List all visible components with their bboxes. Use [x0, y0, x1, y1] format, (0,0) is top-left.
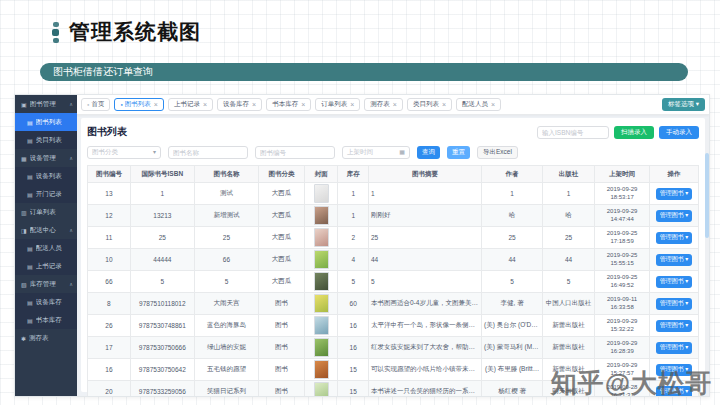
close-icon[interactable]: ×: [252, 101, 256, 108]
sidebar: ▣图书管理∧▤图书列表▤类目列表▦设备管理∧▤设备列表▤开门记录▥订单列表◨配送…: [15, 95, 77, 396]
sidebar-item-书本库存[interactable]: ▤书本库存: [15, 311, 77, 329]
cell-cover: [304, 205, 338, 227]
close-icon[interactable]: ×: [154, 101, 158, 108]
sidebar-item-开门记录[interactable]: ▤开门记录: [15, 185, 77, 203]
cell-category: 大西瓜: [259, 271, 305, 293]
export-excel-button[interactable]: 导出Excel: [477, 146, 518, 159]
book-table: 图书编号国际书号ISBN图书名称图书分类封面库存图书摘要作者出版社上架时间操作 …: [87, 165, 699, 397]
manage-book-button[interactable]: 管理图书 ▾: [656, 232, 693, 244]
cell-stock: 15: [338, 359, 369, 381]
cell-author: 杨红樱 著: [482, 381, 543, 398]
cell-summary: 5: [369, 271, 482, 293]
reset-button[interactable]: 重置: [447, 146, 470, 159]
tab-上书记录[interactable]: 上书记录×: [168, 98, 213, 111]
close-icon[interactable]: ×: [393, 101, 397, 108]
cell-category: 图书: [259, 381, 305, 398]
section-banner-label: 图书柜借借还订单查询: [53, 66, 153, 77]
tab-label: 图书列表: [125, 100, 151, 109]
tab-首页[interactable]: ●首页: [81, 98, 110, 111]
tab-设备库存[interactable]: 设备库存×: [217, 98, 262, 111]
sidebar-item-label: 配送人员: [36, 244, 73, 253]
cell-name: 5: [194, 271, 258, 293]
cell-isbn: 25: [130, 227, 194, 249]
sidebar-item-订单列表[interactable]: ▥订单列表: [15, 203, 77, 221]
tab-配送人员[interactable]: 配送人员×: [456, 98, 501, 111]
column-header: 图书摘要: [369, 166, 482, 183]
book-cover-thumb: [314, 316, 329, 335]
column-header: 操作: [650, 166, 699, 183]
table-row: 89787510118012大闹天宫图书60本书图画适合0-4岁儿童，文图兼美的…: [88, 293, 699, 315]
sidebar-item-label: 开门记录: [36, 190, 73, 199]
manage-book-button[interactable]: 管理图书 ▾: [656, 210, 693, 222]
close-icon[interactable]: ×: [442, 101, 446, 108]
scan-entry-button[interactable]: 扫描录入: [614, 126, 654, 139]
sidebar-item-配送中心[interactable]: ◨配送中心∧: [15, 221, 77, 239]
shelf-date-input[interactable]: 上架时间 ▦: [342, 146, 410, 159]
cell-stock: 16: [338, 315, 369, 337]
sidebar-item-设备管理[interactable]: ▦设备管理∧: [15, 149, 77, 167]
cell-author: 李健, 著: [482, 293, 543, 315]
cell-name: 蓝色的海豚岛: [194, 315, 258, 337]
filter-row: 图书分类 ▾ 上架时间 ▦ 查询 重置 导出Excel: [87, 142, 699, 162]
column-header: 封面: [304, 166, 338, 183]
doc-icon: ▤: [27, 137, 33, 144]
cell-publisher: 新蕾出版社: [543, 315, 595, 337]
cell-isbn: 9787530750666: [130, 337, 194, 359]
tab-书本库存[interactable]: 书本库存×: [266, 98, 311, 111]
content-area: 图书列表 扫描录入 手动录入 图书分类 ▾ 上架时间: [77, 115, 709, 396]
sidebar-item-类目列表[interactable]: ▤类目列表: [15, 131, 77, 149]
category-select[interactable]: 图书分类 ▾: [87, 146, 161, 159]
cell-id: 66: [88, 271, 131, 293]
close-icon[interactable]: ×: [301, 101, 305, 108]
cell-id: 13: [88, 183, 131, 205]
scrollbar-thumb[interactable]: [705, 153, 709, 238]
sidebar-item-测存表[interactable]: ✱测存表: [15, 329, 77, 347]
manual-entry-button[interactable]: 手动录入: [659, 126, 699, 139]
manage-book-button[interactable]: 管理图书 ▾: [656, 276, 693, 288]
manage-book-button[interactable]: 管理图书 ▾: [656, 298, 693, 310]
book-code-input[interactable]: [255, 146, 335, 159]
vertical-scrollbar[interactable]: [705, 119, 709, 388]
sidebar-item-设备库存[interactable]: ▤设备库存: [15, 293, 77, 311]
isbn-quick-input[interactable]: [537, 126, 609, 139]
close-icon[interactable]: ×: [350, 101, 354, 108]
sidebar-item-label: 订单列表: [30, 208, 73, 217]
manage-book-button[interactable]: 管理图书 ▾: [656, 254, 693, 266]
sidebar-item-图书管理[interactable]: ▣图书管理∧: [15, 95, 77, 113]
cell-action: 管理图书 ▾: [650, 337, 699, 359]
cell-category: 大西瓜: [259, 183, 305, 205]
cell-action: 管理图书 ▾: [650, 271, 699, 293]
cell-summary: 44: [369, 249, 482, 271]
tab-测存表[interactable]: 测存表×: [364, 98, 403, 111]
close-icon[interactable]: ×: [203, 101, 207, 108]
query-button[interactable]: 查询: [417, 146, 440, 159]
close-icon[interactable]: ×: [491, 101, 495, 108]
book-name-input[interactable]: [168, 146, 248, 159]
cell-author: 44: [482, 249, 543, 271]
tab-label: 上书记录: [174, 100, 200, 109]
sidebar-item-图书列表[interactable]: ▤图书列表: [15, 113, 77, 131]
tab-label: 书本库存: [272, 100, 298, 109]
cell-stock: 60: [338, 293, 369, 315]
tabs: ●首页●图书列表×上书记录×设备库存×书本库存×订单列表×测存表×类目列表×配送…: [81, 98, 662, 111]
tab-订单列表[interactable]: 订单列表×: [315, 98, 360, 111]
cell-publisher: 中国人口出版社: [543, 293, 595, 315]
sidebar-item-库存管理[interactable]: ▧库存管理∧: [15, 275, 77, 293]
sidebar-item-上书记录[interactable]: ▤上书记录: [15, 257, 77, 275]
sidebar-item-设备列表[interactable]: ▤设备列表: [15, 167, 77, 185]
sidebar-item-配送人员[interactable]: ▤配送人员: [15, 239, 77, 257]
manage-book-button[interactable]: 管理图书 ▾: [656, 342, 693, 354]
tab-类目列表[interactable]: 类目列表×: [407, 98, 452, 111]
manage-book-button[interactable]: 管理图书 ▾: [656, 320, 693, 332]
cell-name: 绿山墙的安妮: [194, 337, 258, 359]
gear-icon: ✱: [21, 335, 26, 342]
tab-options-button[interactable]: 标签选项 ▾: [662, 98, 705, 111]
cell-isbn: 9787530748861: [130, 315, 194, 337]
stock-icon: ▧: [21, 281, 27, 288]
column-header: 作者: [482, 166, 543, 183]
doc-icon: ▤: [27, 317, 33, 324]
cell-summary: 本书图画适合0-4岁儿童，文图兼美的启蒙图书: [369, 293, 482, 315]
cell-summary: 刚刚好: [369, 205, 482, 227]
tab-图书列表[interactable]: ●图书列表×: [114, 98, 164, 111]
manage-book-button[interactable]: 管理图书 ▾: [656, 188, 693, 200]
